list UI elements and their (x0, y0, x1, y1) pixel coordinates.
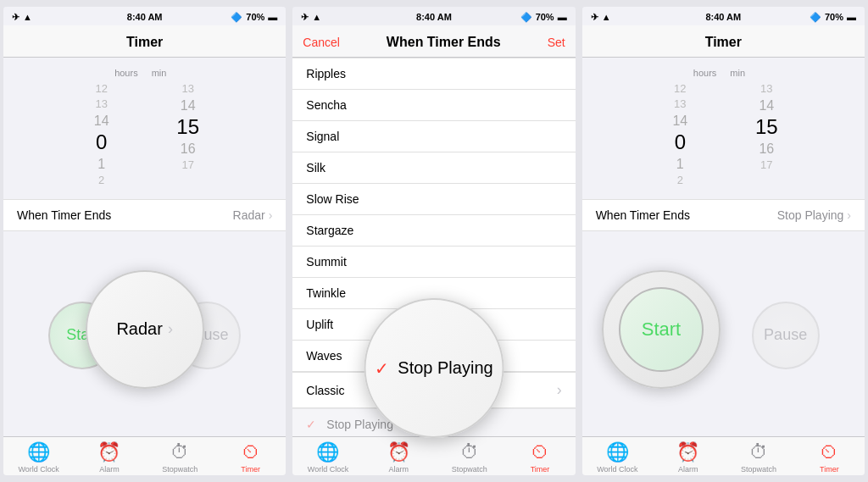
when-timer-ends-label-r: When Timer Ends (596, 208, 690, 222)
magnifier-radar: Radar › (86, 270, 204, 389)
worldclock-label-r: World Clock (597, 465, 637, 474)
stop-playing-label: Stop Playing (326, 418, 393, 431)
tab-bar-right: 🌐 World Clock ⏰ Alarm ⏱ Stopwatch ⏲ Time… (582, 436, 865, 475)
worldclock-icon-m: 🌐 (316, 441, 339, 463)
timer-label-r: Timer (820, 465, 839, 474)
timer-icon-left: ⏲ (242, 441, 260, 463)
nav-title-right: Timer (680, 35, 767, 50)
alarm-label: Alarm (99, 465, 120, 474)
magnified-start-label: Start (642, 319, 681, 341)
set-button[interactable]: Set (548, 36, 565, 49)
when-timer-ends-value: Radar › (233, 208, 273, 222)
classic-label: Classic (306, 384, 344, 397)
list-item-slowrise[interactable]: Slow Rise (292, 184, 575, 215)
airplane-icon-m: ✈ (301, 12, 309, 23)
worldclock-label: World Clock (18, 465, 58, 474)
worldclock-icon: 🌐 (27, 441, 50, 463)
nav-bar-middle: Cancel When Timer Ends Set (292, 25, 575, 58)
hours-label-r: hours (693, 68, 717, 78)
right-panel: ✈ ▲ 8:40 AM 🔷 70% ▬ Timer hours min 12 1 (582, 7, 865, 475)
battery-text: 70% (246, 12, 264, 22)
battery-text-m: 70% (536, 12, 554, 22)
hours-picker-r[interactable]: 12 13 14 0 1 2 (647, 81, 723, 189)
when-timer-ends-row-right[interactable]: When Timer Ends Stop Playing › (582, 199, 865, 231)
list-item-sencha[interactable]: Sencha (292, 90, 575, 121)
airplane-icon: ✈ (12, 12, 19, 23)
wifi-icon: ▲ (23, 12, 32, 22)
wifi-icon-r: ▲ (602, 12, 611, 22)
tab-stopwatch-middle[interactable]: ⏱ Stopwatch (434, 441, 504, 474)
buttons-row-right: Start Pause Start (582, 235, 865, 436)
chevron-icon: › (269, 208, 273, 222)
when-timer-ends-label: When Timer Ends (17, 208, 111, 222)
status-time-right: 8:40 AM (705, 12, 741, 22)
nav-title-left: Timer (101, 35, 188, 50)
tab-alarm-left[interactable]: ⏰ Alarm (74, 441, 144, 474)
stopwatch-icon: ⏱ (170, 441, 189, 463)
status-bar-middle: ✈ ▲ 8:40 AM 🔷 70% ▬ (292, 7, 575, 25)
alarm-icon-r: ⏰ (676, 441, 699, 463)
stopwatch-label-r: Stopwatch (741, 465, 776, 474)
list-item-silk[interactable]: Silk (292, 152, 575, 184)
cancel-button[interactable]: Cancel (303, 36, 340, 49)
radar-label: Radar (116, 319, 162, 339)
tab-alarm-middle[interactable]: ⏰ Alarm (364, 441, 434, 474)
minutes-picker-r[interactable]: 13 14 15 16 17 (723, 81, 799, 189)
when-timer-ends-row-left[interactable]: When Timer Ends Radar › (3, 199, 286, 231)
stopwatch-label: Stopwatch (162, 465, 198, 474)
bluetooth-icon-m: 🔷 (520, 12, 532, 23)
picker-area-left: hours min 12 13 14 0 1 2 13 14 15 16 (3, 58, 286, 196)
magnifier-stop-playing: ✓ Stop Playing (364, 298, 504, 438)
alarm-icon: ⏰ (97, 441, 120, 463)
nav-bar-right: Timer (582, 25, 865, 58)
classic-chevron: › (557, 381, 562, 399)
worldclock-label-m: World Clock (308, 465, 348, 474)
minutes-picker[interactable]: 13 14 15 16 17 (145, 81, 221, 189)
tab-stopwatch-left[interactable]: ⏱ Stopwatch (145, 441, 215, 474)
magnifier-start: Start (602, 270, 721, 389)
list-item-stargaze[interactable]: Stargaze (292, 215, 575, 247)
tab-alarm-right[interactable]: ⏰ Alarm (653, 441, 723, 474)
middle-panel: ✈ ▲ 8:40 AM 🔷 70% ▬ Cancel When Timer En… (292, 7, 575, 475)
picker-area-right: hours min 12 13 14 0 1 2 13 14 15 16 17 (582, 58, 865, 196)
timer-icon-m: ⏲ (531, 441, 549, 463)
battery-icon-m: ▬ (558, 12, 567, 22)
stopwatch-icon-m: ⏱ (460, 441, 479, 463)
stopwatch-label-m: Stopwatch (452, 465, 487, 474)
list-item-signal[interactable]: Signal (292, 121, 575, 152)
hours-picker[interactable]: 12 13 14 0 1 2 (69, 81, 145, 189)
timer-label-left: Timer (241, 465, 260, 474)
tab-bar-middle: 🌐 World Clock ⏰ Alarm ⏱ Stopwatch ⏲ Time… (292, 436, 575, 475)
tab-timer-middle[interactable]: ⏲ Timer (504, 441, 575, 474)
list-item-summit[interactable]: Summit (292, 247, 575, 278)
status-left: ✈ ▲ (12, 12, 32, 23)
stopwatch-icon-r: ⏱ (749, 441, 768, 463)
tab-worldclock-middle[interactable]: 🌐 World Clock (292, 441, 363, 474)
status-bar-right: ✈ ▲ 8:40 AM 🔷 70% ▬ (582, 7, 865, 25)
tab-worldclock-left[interactable]: 🌐 World Clock (3, 441, 74, 474)
min-label: min (152, 68, 167, 78)
timer-icon-r: ⏲ (820, 441, 838, 463)
alarm-label-r: Alarm (678, 465, 698, 474)
when-timer-ends-value-r: Stop Playing › (777, 208, 851, 222)
alarm-label-m: Alarm (389, 465, 409, 474)
timer-label-m: Timer (531, 465, 550, 474)
battery-icon: ▬ (268, 12, 277, 22)
tab-timer-left[interactable]: ⏲ Timer (215, 441, 286, 474)
tab-worldclock-right[interactable]: 🌐 World Clock (582, 441, 653, 474)
magnified-checkmark: ✓ (375, 358, 389, 379)
min-label-r: min (730, 68, 745, 78)
pause-button-right[interactable]: Pause (752, 302, 820, 369)
tab-bar-left: 🌐 World Clock ⏰ Alarm ⏱ Stopwatch ⏲ Time… (3, 436, 286, 475)
battery-icon-r: ▬ (847, 12, 856, 22)
list-item-ripples[interactable]: Ripples (292, 58, 575, 90)
magnified-stop-playing-label: Stop Playing (398, 358, 492, 378)
status-time-left: 8:40 AM (127, 12, 163, 22)
chevron-icon-r: › (847, 208, 851, 222)
radar-chevron: › (168, 320, 173, 338)
hours-label: hours (114, 68, 138, 78)
airplane-icon-r: ✈ (591, 12, 598, 23)
tab-stopwatch-right[interactable]: ⏱ Stopwatch (723, 441, 793, 474)
tab-timer-right[interactable]: ⏲ Timer (794, 441, 865, 474)
left-panel: ✈ ▲ 8:40 AM 🔷 70% ▬ Timer hours min (3, 7, 286, 475)
